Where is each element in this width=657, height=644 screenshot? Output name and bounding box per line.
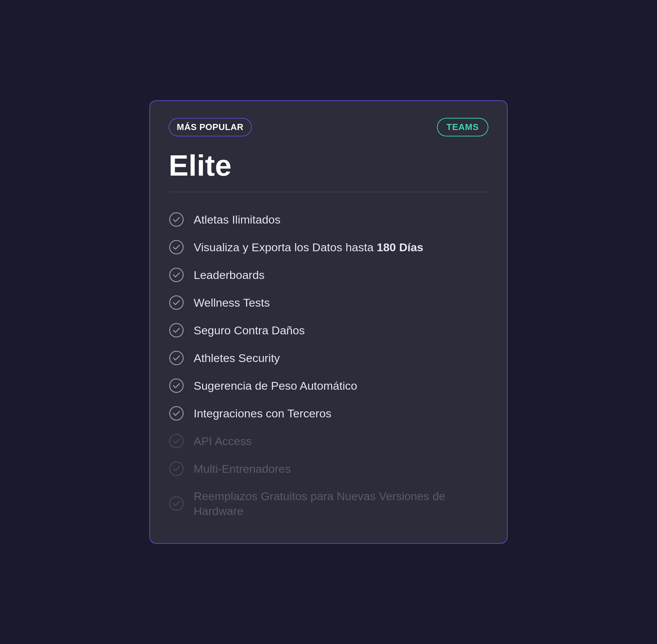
check-icon-integraciones-terceros	[169, 406, 184, 421]
plan-title: Elite	[169, 150, 488, 181]
badge-teams: TEAMS	[437, 118, 488, 136]
feature-item-integraciones-terceros: Integraciones con Terceros	[169, 399, 488, 427]
check-icon-athletes-security	[169, 350, 184, 366]
feature-item-leaderboards: Leaderboards	[169, 261, 488, 289]
feature-text-sugerencia-peso: Sugerencia de Peso Automático	[194, 378, 357, 393]
feature-text-multi-entrenadores: Multi-Entrenadores	[194, 461, 291, 476]
feature-item-seguro-contra-danos: Seguro Contra Daños	[169, 317, 488, 344]
feature-text-reemplazos: Reemplazos Gratuitos para Nuevas Version…	[194, 489, 488, 519]
svg-point-3	[170, 296, 183, 309]
check-icon-sugerencia-peso	[169, 378, 184, 393]
feature-text-integraciones-terceros: Integraciones con Terceros	[194, 406, 331, 421]
svg-point-2	[170, 268, 183, 282]
feature-text-atletas-ilimitados: Atletas Ilimitados	[194, 212, 281, 227]
feature-item-multi-entrenadores: Multi-Entrenadores	[169, 455, 488, 483]
feature-item-reemplazos: Reemplazos Gratuitos para Nuevas Version…	[169, 483, 488, 525]
svg-point-6	[170, 379, 183, 392]
feature-text-leaderboards: Leaderboards	[194, 268, 265, 282]
badge-popular: MÁS POPULAR	[169, 118, 252, 136]
check-icon-wellness-tests	[169, 295, 184, 310]
check-icon-visualiza-exporta	[169, 239, 184, 255]
svg-point-1	[170, 240, 183, 254]
check-icon-seguro-contra-danos	[169, 322, 184, 338]
feature-item-visualiza-exporta: Visualiza y Exporta los Datos hasta 180 …	[169, 233, 488, 261]
check-icon-api-access	[169, 433, 184, 449]
svg-point-10	[170, 497, 183, 510]
svg-point-4	[170, 323, 183, 337]
svg-point-7	[170, 407, 183, 420]
divider	[169, 192, 488, 192]
feature-text-api-access: API Access	[194, 434, 252, 448]
feature-text-visualiza-exporta: Visualiza y Exporta los Datos hasta 180 …	[194, 240, 423, 255]
svg-point-0	[170, 213, 183, 226]
check-icon-multi-entrenadores	[169, 461, 184, 477]
feature-text-athletes-security: Athletes Security	[194, 350, 280, 365]
svg-point-5	[170, 351, 183, 365]
feature-item-athletes-security: Athletes Security	[169, 344, 488, 372]
feature-text-wellness-tests: Wellness Tests	[194, 295, 270, 310]
svg-point-8	[170, 434, 183, 448]
feature-item-wellness-tests: Wellness Tests	[169, 289, 488, 317]
feature-item-atletas-ilimitados: Atletas Ilimitados	[169, 206, 488, 233]
features-list: Atletas Ilimitados Visualiza y Exporta l…	[169, 206, 488, 525]
card-header: MÁS POPULAR TEAMS	[169, 118, 488, 136]
feature-item-api-access: API Access	[169, 427, 488, 455]
check-icon-reemplazos	[169, 496, 184, 511]
check-icon-leaderboards	[169, 267, 184, 283]
feature-item-sugerencia-peso: Sugerencia de Peso Automático	[169, 372, 488, 399]
svg-point-9	[170, 462, 183, 476]
check-icon-atletas-ilimitados	[169, 212, 184, 227]
feature-text-seguro-contra-danos: Seguro Contra Daños	[194, 323, 305, 338]
pricing-card: MÁS POPULAR TEAMS Elite Atletas Ilimitad…	[149, 100, 508, 544]
